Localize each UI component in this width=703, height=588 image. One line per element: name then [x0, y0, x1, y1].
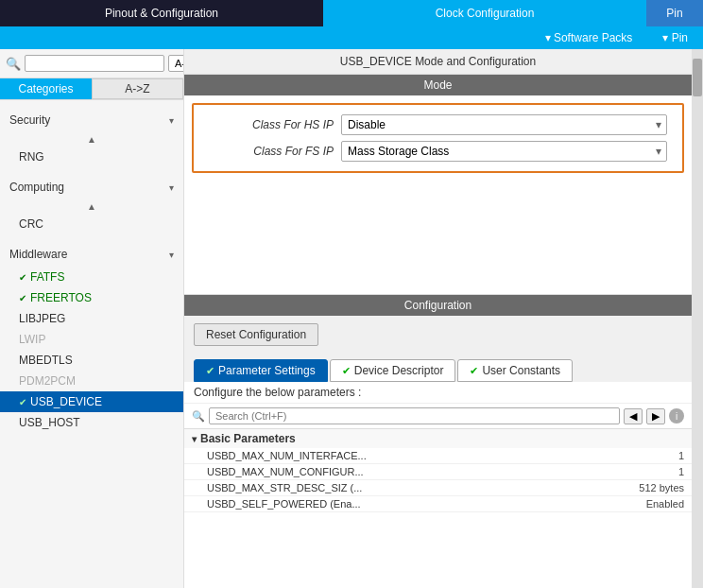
mode-row-fs: Class For FS IP Mass Storage Class	[209, 141, 667, 162]
mode-label-hs: Class For HS IP	[209, 118, 341, 131]
up-arrow-computing: ▲	[0, 199, 183, 214]
reset-config-button[interactable]: Reset Configuration	[194, 323, 318, 346]
sidebar-item-libjpeg[interactable]: LIBJPEG	[0, 308, 183, 329]
mode-spacer	[184, 181, 692, 294]
params-search-icon: 🔍	[192, 410, 205, 423]
params-desc: Configure the below parameters :	[184, 382, 692, 404]
category-middleware[interactable]: Middleware ▾	[0, 242, 183, 267]
param-row-3: USBD_SELF_POWERED (Ena... Enabled	[184, 496, 692, 512]
config-toolbar: Reset Configuration	[184, 316, 692, 354]
params-prev-button[interactable]: ◀	[624, 408, 643, 424]
mode-section-header: Mode	[184, 75, 692, 95]
tab-categories[interactable]: Categories	[0, 78, 92, 99]
sidebar-search-bar: 🔍 A->Z ⚙	[0, 49, 183, 78]
info-icon[interactable]: i	[669, 408, 684, 424]
sidebar-item-freertos[interactable]: ✔ FREERTOS	[0, 287, 183, 308]
mode-select-hs[interactable]: Disable	[341, 114, 667, 135]
main-layout: 🔍 A->Z ⚙ Categories A->Z Security ▾ ▲	[0, 49, 703, 588]
category-security[interactable]: Security ▾	[0, 108, 183, 132]
right-scrollbar[interactable]	[692, 49, 703, 588]
mode-select-fs[interactable]: Mass Storage Class	[341, 141, 667, 162]
tab-az[interactable]: A->Z	[92, 78, 183, 99]
mode-body: Class For HS IP Disable Class For FS IP	[192, 103, 684, 173]
param-group-basic[interactable]: ▾ Basic Parameters	[184, 429, 692, 448]
search-icon: 🔍	[6, 57, 21, 71]
sidebar-item-rng[interactable]: RNG	[0, 147, 183, 167]
check-icon-device: ✔	[342, 365, 351, 377]
mode-select-wrapper-hs: Disable	[341, 114, 667, 135]
params-list: ▾ Basic Parameters USBD_MAX_NUM_INTERFAC…	[184, 429, 692, 512]
config-section-header: Configuration	[184, 295, 692, 316]
search-input[interactable]	[25, 55, 164, 72]
sidebar-item-lwip[interactable]: LWIP	[0, 329, 183, 350]
mode-select-wrapper-fs: Mass Storage Class	[341, 141, 667, 162]
nav-clock[interactable]: Clock Configuration	[323, 0, 646, 26]
nav-pin[interactable]: Pin	[646, 0, 703, 26]
params-search-bar: 🔍 ◀ ▶ i	[184, 404, 692, 429]
category-computing[interactable]: Computing ▾	[0, 175, 183, 199]
sidebar-item-fatfs[interactable]: ✔ FATFS	[0, 267, 183, 287]
pin-nav[interactable]: ▾ Pin	[647, 31, 703, 44]
sidebar-tabs: Categories A->Z	[0, 78, 183, 100]
software-packs-nav[interactable]: ▾ Software Packs	[530, 31, 648, 44]
scrollbar-thumb	[693, 59, 702, 96]
top-nav: Pinout & Configuration Clock Configurati…	[0, 0, 703, 26]
sidebar-item-usb-host[interactable]: USB_HOST	[0, 412, 183, 433]
usb-header: USB_DEVICE Mode and Configuration	[184, 49, 692, 75]
check-icon-usb-device: ✔	[19, 397, 26, 407]
sidebar-item-crc[interactable]: CRC	[0, 214, 183, 234]
nav-pinout[interactable]: Pinout & Configuration	[0, 0, 323, 26]
mode-label-fs: Class For FS IP	[209, 145, 341, 158]
chevron-computing: ▾	[169, 182, 174, 193]
mode-row-hs: Class For HS IP Disable	[209, 114, 667, 135]
up-arrow-security: ▲	[0, 132, 183, 147]
content-area: USB_DEVICE Mode and Configuration Mode C…	[184, 49, 692, 588]
check-icon-fatfs: ✔	[19, 272, 26, 283]
tab-user-constants[interactable]: ✔ User Constants	[457, 359, 573, 382]
config-section: Configuration Reset Configuration ✔ Para…	[184, 294, 692, 512]
params-search-input[interactable]	[209, 407, 620, 424]
tab-device-descriptor[interactable]: ✔ Device Descriptor	[330, 359, 456, 382]
params-area: Configure the below parameters : 🔍 ◀ ▶ i…	[184, 382, 692, 512]
sort-select[interactable]: A->Z	[168, 55, 184, 72]
param-row-0: USBD_MAX_NUM_INTERFACE... 1	[184, 448, 692, 464]
chevron-basic-params: ▾	[192, 434, 197, 444]
sidebar-item-usb-device[interactable]: ✔ USB_DEVICE	[0, 391, 183, 412]
check-icon-param: ✔	[206, 365, 214, 377]
config-tabs: ✔ Parameter Settings ✔ Device Descriptor…	[184, 354, 692, 382]
sidebar-item-mbedtls[interactable]: MBEDTLS	[0, 350, 183, 371]
params-next-button[interactable]: ▶	[646, 408, 665, 424]
param-row-2: USBD_MAX_STR_DESC_SIZ (... 512 bytes	[184, 480, 692, 496]
sidebar-item-pdm2pcm[interactable]: PDM2PCM	[0, 371, 183, 391]
check-icon-freertos: ✔	[19, 293, 26, 303]
chevron-middleware: ▾	[169, 250, 174, 260]
chevron-security: ▾	[169, 115, 174, 126]
sidebar: 🔍 A->Z ⚙ Categories A->Z Security ▾ ▲	[0, 49, 184, 588]
second-nav: ▾ Software Packs ▾ Pin	[0, 26, 703, 49]
mode-section: Mode Class For HS IP Disable Class For F	[184, 75, 692, 294]
param-row-1: USBD_MAX_NUM_CONFIGUR... 1	[184, 464, 692, 480]
tab-parameter-settings[interactable]: ✔ Parameter Settings	[194, 359, 328, 382]
check-icon-user: ✔	[470, 365, 478, 377]
sidebar-content: Security ▾ ▲ RNG Computing ▾ ▲ CRC Middl…	[0, 100, 183, 588]
